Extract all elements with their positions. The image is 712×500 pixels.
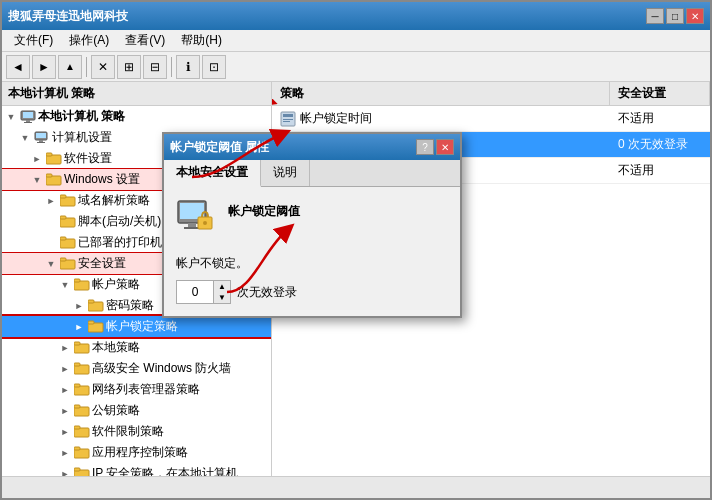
- menu-bar: 文件(F) 操作(A) 查看(V) 帮助(H): [2, 30, 710, 52]
- status-bar: [2, 476, 710, 498]
- up-button[interactable]: ▲: [58, 55, 82, 79]
- show-hide-button[interactable]: ✕: [91, 55, 115, 79]
- dialog-tabs: 本地安全设置 说明: [164, 160, 460, 187]
- folder-security-icon: [60, 256, 76, 272]
- svg-point-69: [203, 221, 207, 225]
- main-window: 搜狐弄母连迅地网科技 ─ □ ✕ 文件(F) 操作(A) 查看(V) 帮助(H)…: [0, 0, 712, 500]
- spinner-up-button[interactable]: ▲: [214, 281, 230, 292]
- toggle-windows[interactable]: ▼: [30, 173, 44, 187]
- dialog-input-row: ▲ ▼ 次无效登录: [176, 280, 448, 304]
- svg-rect-50: [283, 119, 293, 120]
- info-button[interactable]: ⊡: [202, 55, 226, 79]
- tree-label-scripts: 脚本(启动/关机): [78, 213, 161, 230]
- properties-button[interactable]: ⊞: [117, 55, 141, 79]
- svg-rect-66: [188, 223, 196, 227]
- toggle-firewall[interactable]: ►: [58, 362, 72, 376]
- spinner-input[interactable]: [177, 281, 213, 303]
- tree-node-lockout[interactable]: ► 帐户锁定策略: [2, 316, 271, 337]
- menu-action[interactable]: 操作(A): [61, 30, 117, 51]
- toggle-printers[interactable]: ►: [44, 236, 58, 250]
- title-bar-buttons: ─ □ ✕: [646, 8, 704, 24]
- tree-node-ipsec[interactable]: ► IP 安全策略，在本地计算机: [2, 463, 271, 476]
- tree-label-security: 安全设置: [78, 255, 126, 272]
- dialog-close-button[interactable]: ✕: [436, 139, 454, 155]
- maximize-button[interactable]: □: [666, 8, 684, 24]
- dialog-help-button[interactable]: ?: [416, 139, 434, 155]
- folder-softrestrict-icon: [74, 424, 90, 440]
- toggle-ipsec[interactable]: ►: [58, 467, 72, 477]
- back-button[interactable]: ◄: [6, 55, 30, 79]
- tree-node-local-computer[interactable]: ▼ 本地计算机 策略: [2, 106, 271, 127]
- toggle-network[interactable]: ►: [58, 383, 72, 397]
- svg-rect-33: [74, 405, 80, 408]
- dialog: 帐户锁定阈值 属性 ? ✕ 本地安全设置 说明: [162, 132, 462, 318]
- right-header: 策略 安全设置: [272, 82, 710, 106]
- computer-small-icon: [34, 130, 50, 146]
- svg-rect-49: [283, 114, 293, 117]
- tree-node-local-policy[interactable]: ► 本地策略: [2, 337, 271, 358]
- forward-button[interactable]: ►: [32, 55, 56, 79]
- export-button[interactable]: ⊟: [143, 55, 167, 79]
- cell-security-lockout-reset: 不适用: [610, 158, 710, 183]
- cell-security-lockout-duration: 不适用: [610, 106, 710, 131]
- dialog-title-text: 帐户锁定阈值 属性: [170, 139, 269, 156]
- toggle-scripts[interactable]: ►: [44, 215, 58, 229]
- tree-node-applocker[interactable]: ► 应用程序控制策略: [2, 442, 271, 463]
- svg-rect-17: [60, 237, 66, 240]
- help-button[interactable]: ℹ: [176, 55, 200, 79]
- tree-label-ipsec: IP 安全策略，在本地计算机: [92, 465, 238, 476]
- col-header-policy: 策略: [272, 82, 610, 105]
- tree-label-network: 网络列表管理器策略: [92, 381, 200, 398]
- folder-scripts-icon: [60, 214, 76, 230]
- tree-node-network[interactable]: ► 网络列表管理器策略: [2, 379, 271, 400]
- toggle-softrestrict[interactable]: ►: [58, 425, 72, 439]
- dialog-spinner: ▲ ▼: [176, 280, 231, 304]
- toggle-password[interactable]: ►: [72, 299, 86, 313]
- computer-icon: [20, 109, 36, 125]
- table-row-lockout-duration[interactable]: 帐户锁定时间 不适用: [272, 106, 710, 132]
- svg-rect-19: [60, 258, 66, 261]
- folder-password-icon: [88, 298, 104, 314]
- menu-file[interactable]: 文件(F): [6, 30, 61, 51]
- menu-view[interactable]: 查看(V): [117, 30, 173, 51]
- spinner-buttons: ▲ ▼: [213, 281, 230, 303]
- dialog-body: 帐户锁定阈值 帐户不锁定。 ▲ ▼ 次无效登录: [164, 187, 460, 316]
- toggle-local-policy[interactable]: ►: [58, 341, 72, 355]
- tree-node-pubkey[interactable]: ► 公钥策略: [2, 400, 271, 421]
- toggle-lockout[interactable]: ►: [72, 320, 86, 334]
- svg-rect-27: [74, 342, 80, 345]
- folder-accounts-icon: [74, 277, 90, 293]
- tree-label-local-computer: 本地计算机 策略: [38, 108, 125, 125]
- dialog-policy-name: 帐户锁定阈值: [228, 199, 300, 220]
- folder-ipsec-icon: [74, 466, 90, 477]
- tree-label-password: 密码策略: [106, 297, 154, 314]
- toggle-local-computer[interactable]: ▼: [4, 110, 18, 124]
- dialog-tab-explanation[interactable]: 说明: [261, 160, 310, 186]
- svg-rect-11: [46, 174, 52, 177]
- dialog-tab-local-security[interactable]: 本地安全设置: [164, 160, 261, 187]
- toolbar-separator-2: [171, 57, 172, 77]
- tree-node-firewall[interactable]: ► 高级安全 Windows 防火墙: [2, 358, 271, 379]
- tree-label-lockout: 帐户锁定策略: [106, 318, 178, 335]
- svg-rect-7: [37, 142, 45, 143]
- toggle-accounts[interactable]: ▼: [58, 278, 72, 292]
- spinner-down-button[interactable]: ▼: [214, 292, 230, 303]
- content-area: 本地计算机 策略 ▼ 本地计算机 策略 ▼: [2, 82, 710, 476]
- tree-label-accounts: 帐户策略: [92, 276, 140, 293]
- svg-rect-23: [88, 300, 94, 303]
- tree-node-softrestrict[interactable]: ► 软件限制策略: [2, 421, 271, 442]
- folder-dns-icon: [60, 193, 76, 209]
- toggle-software[interactable]: ►: [30, 152, 44, 166]
- toggle-pubkey[interactable]: ►: [58, 404, 72, 418]
- folder-windows-icon: [46, 172, 62, 188]
- folder-applocker-icon: [74, 445, 90, 461]
- toggle-security[interactable]: ▼: [44, 257, 58, 271]
- toggle-computer[interactable]: ▼: [18, 131, 32, 145]
- menu-help[interactable]: 帮助(H): [173, 30, 230, 51]
- toggle-applocker[interactable]: ►: [58, 446, 72, 460]
- close-button[interactable]: ✕: [686, 8, 704, 24]
- minimize-button[interactable]: ─: [646, 8, 664, 24]
- svg-rect-2: [26, 120, 30, 122]
- folder-firewall-icon: [74, 361, 90, 377]
- toggle-dns[interactable]: ►: [44, 194, 58, 208]
